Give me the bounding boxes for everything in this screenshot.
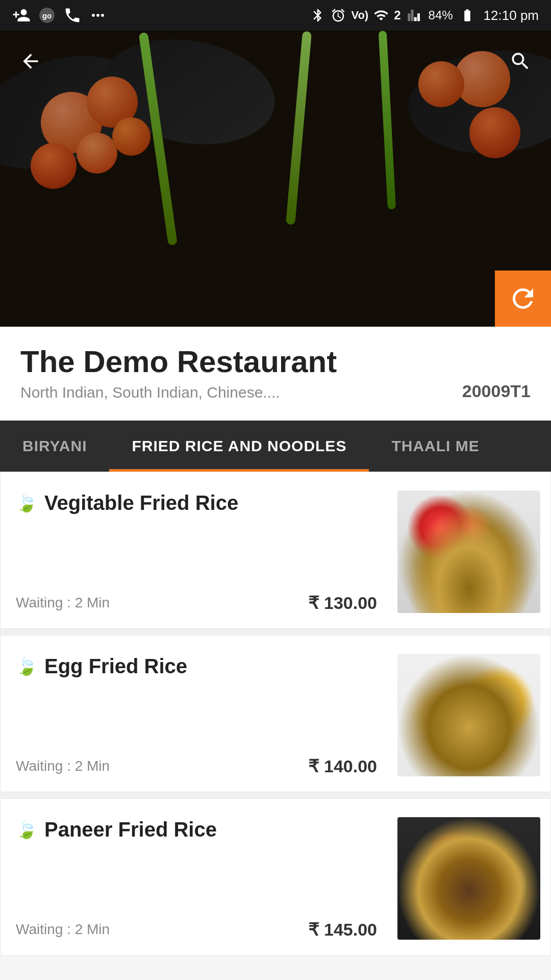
menu-item-name-row: 🍃 Egg Fried Rice <box>16 654 382 678</box>
restaurant-name: The Demo Restaurant <box>20 345 531 379</box>
go-icon: go <box>38 6 56 24</box>
waiting-time: Waiting : 2 Min <box>16 595 110 611</box>
veg-leaf-icon: 🍃 <box>16 821 37 838</box>
menu-item-name-row: 🍃 Paneer Fried Rice <box>16 817 382 842</box>
phone-icon <box>63 6 82 24</box>
battery-percent: 84% <box>429 8 453 22</box>
volte-icon: Vo) <box>351 9 368 22</box>
svg-text:go: go <box>42 11 52 20</box>
item-price: ₹ 145.00 <box>308 919 377 940</box>
nonveg-leaf-icon: 🍃 <box>16 657 37 675</box>
restaurant-card: The Demo Restaurant North Indian, South … <box>0 327 551 421</box>
food-image-veg-fried-rice <box>397 491 540 613</box>
alarm-icon <box>331 8 346 23</box>
tab-thaali-me[interactable]: THAALI ME <box>369 421 502 472</box>
food-image-egg-fried-rice <box>397 654 540 776</box>
back-button[interactable] <box>15 46 46 77</box>
menu-item-bottom: Waiting : 2 Min ₹ 130.00 <box>16 593 382 613</box>
menu-list: 🍃 Vegitable Fried Rice Waiting : 2 Min ₹… <box>0 472 551 955</box>
menu-item-card[interactable]: 🍃 Egg Fried Rice Waiting : 2 Min ₹ 140.0… <box>0 635 551 792</box>
search-button[interactable] <box>505 46 536 77</box>
food-image-paneer-fried-rice <box>397 817 540 940</box>
hero-section <box>0 31 551 327</box>
veg-leaf-icon: 🍃 <box>16 494 37 511</box>
status-bar-right-icons: Vo) 2 84% 12:10 pm <box>310 8 539 23</box>
menu-item-name: Egg Fried Rice <box>44 654 187 678</box>
menu-item-card[interactable]: 🍃 Vegitable Fried Rice Waiting : 2 Min ₹… <box>0 472 551 629</box>
menu-item-name: Paneer Fried Rice <box>44 817 217 842</box>
menu-item-info: 🍃 Vegitable Fried Rice Waiting : 2 Min ₹… <box>1 491 397 613</box>
menu-item-card[interactable]: 🍃 Paneer Fried Rice Waiting : 2 Min ₹ 14… <box>0 798 551 955</box>
menu-item-info: 🍃 Paneer Fried Rice Waiting : 2 Min ₹ 14… <box>1 817 397 940</box>
category-tabs: BIRYANI FRIED RICE AND NOODLES THAALI ME <box>0 421 551 472</box>
tab-fried-rice-noodles[interactable]: FRIED RICE AND NOODLES <box>109 421 369 472</box>
tab-biryani[interactable]: BIRYANI <box>0 421 109 472</box>
person-add-icon <box>12 6 31 24</box>
menu-item-name: Vegitable Fried Rice <box>44 491 238 515</box>
waiting-time: Waiting : 2 Min <box>16 758 110 774</box>
refresh-button[interactable] <box>495 271 551 327</box>
wifi-icon <box>373 8 389 23</box>
status-bar-left-icons: go <box>12 6 107 24</box>
menu-item-image <box>397 817 540 940</box>
waiting-time: Waiting : 2 Min <box>16 921 110 938</box>
more-icon <box>89 6 107 24</box>
menu-item-bottom: Waiting : 2 Min ₹ 145.00 <box>16 919 382 940</box>
menu-item-name-row: 🍃 Vegitable Fried Rice <box>16 491 382 515</box>
menu-item-bottom: Waiting : 2 Min ₹ 140.00 <box>16 756 382 776</box>
menu-item-image <box>397 491 540 613</box>
signal-icon <box>406 8 423 23</box>
search-icon <box>509 50 532 72</box>
status-bar: go Vo) 2 84% <box>0 0 551 31</box>
status-time: 12:10 pm <box>484 8 539 23</box>
bluetooth-icon <box>310 8 325 23</box>
menu-item-image <box>397 654 540 776</box>
restaurant-cuisine: North Indian, South Indian, Chinese.... <box>20 384 531 401</box>
restaurant-code: 20009T1 <box>462 381 531 401</box>
menu-item-info: 🍃 Egg Fried Rice Waiting : 2 Min ₹ 140.0… <box>1 654 397 776</box>
arrow-left-icon <box>19 50 42 72</box>
battery-icon <box>458 8 477 22</box>
refresh-icon <box>508 283 538 314</box>
item-price: ₹ 140.00 <box>308 756 377 776</box>
hero-overlay <box>0 31 551 327</box>
item-price: ₹ 130.00 <box>308 593 377 613</box>
sim-icon: 2 <box>394 8 400 22</box>
